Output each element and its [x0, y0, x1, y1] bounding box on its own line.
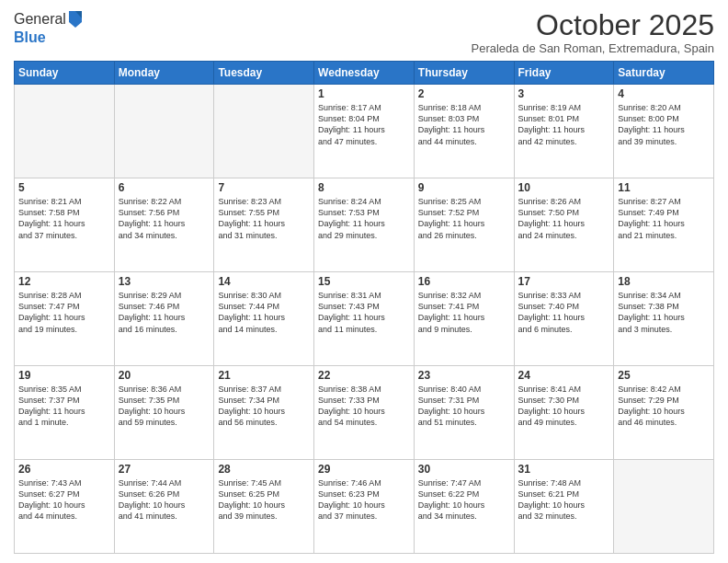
calendar-cell: 28Sunrise: 7:45 AM Sunset: 6:25 PM Dayli… — [214, 460, 314, 554]
calendar-cell: 18Sunrise: 8:34 AM Sunset: 7:38 PM Dayli… — [614, 272, 714, 366]
day-number: 30 — [418, 463, 510, 476]
col-wednesday: Wednesday — [314, 62, 415, 85]
calendar-cell: 23Sunrise: 8:40 AM Sunset: 7:31 PM Dayli… — [414, 366, 514, 460]
calendar-week-5: 26Sunrise: 7:43 AM Sunset: 6:27 PM Dayli… — [15, 460, 714, 554]
day-number: 23 — [418, 369, 510, 382]
day-number: 11 — [618, 181, 710, 194]
calendar-cell: 31Sunrise: 7:48 AM Sunset: 6:21 PM Dayli… — [514, 460, 614, 554]
day-number: 21 — [218, 369, 310, 382]
col-saturday: Saturday — [614, 62, 714, 85]
day-number: 3 — [518, 87, 610, 100]
day-number: 20 — [119, 369, 210, 382]
calendar-cell: 15Sunrise: 8:31 AM Sunset: 7:43 PM Dayli… — [314, 272, 415, 366]
calendar-cell — [15, 85, 115, 178]
calendar-cell: 5Sunrise: 8:21 AM Sunset: 7:58 PM Daylig… — [15, 178, 115, 272]
calendar-header-row: Sunday Monday Tuesday Wednesday Thursday… — [15, 62, 714, 85]
calendar-cell: 2Sunrise: 8:18 AM Sunset: 8:03 PM Daylig… — [414, 85, 514, 178]
day-number: 5 — [18, 181, 110, 194]
day-number: 18 — [618, 275, 710, 288]
cell-content: Sunrise: 7:48 AM Sunset: 6:21 PM Dayligh… — [518, 477, 610, 523]
cell-content: Sunrise: 8:31 AM Sunset: 7:43 PM Dayligh… — [318, 290, 410, 335]
page: General Blue October 2025 Peraleda de Sa… — [0, 0, 728, 563]
day-number: 7 — [218, 181, 310, 194]
cell-content: Sunrise: 8:19 AM Sunset: 8:01 PM Dayligh… — [518, 102, 610, 147]
calendar-week-1: 1Sunrise: 8:17 AM Sunset: 8:04 PM Daylig… — [15, 85, 714, 178]
cell-content: Sunrise: 8:17 AM Sunset: 8:04 PM Dayligh… — [318, 102, 410, 147]
calendar-cell: 26Sunrise: 7:43 AM Sunset: 6:27 PM Dayli… — [15, 460, 115, 554]
calendar-cell — [614, 460, 714, 554]
calendar-table: Sunday Monday Tuesday Wednesday Thursday… — [14, 61, 714, 554]
calendar-cell: 8Sunrise: 8:24 AM Sunset: 7:53 PM Daylig… — [314, 178, 415, 272]
cell-content: Sunrise: 8:36 AM Sunset: 7:35 PM Dayligh… — [119, 384, 210, 429]
calendar-cell: 29Sunrise: 7:46 AM Sunset: 6:23 PM Dayli… — [314, 460, 415, 554]
calendar-cell: 11Sunrise: 8:27 AM Sunset: 7:49 PM Dayli… — [614, 178, 714, 272]
col-friday: Friday — [514, 62, 614, 85]
day-number: 4 — [618, 87, 710, 100]
calendar-cell — [214, 85, 314, 178]
calendar-cell: 22Sunrise: 8:38 AM Sunset: 7:33 PM Dayli… — [314, 366, 415, 460]
cell-content: Sunrise: 8:32 AM Sunset: 7:41 PM Dayligh… — [418, 290, 510, 335]
cell-content: Sunrise: 8:21 AM Sunset: 7:58 PM Dayligh… — [18, 196, 110, 241]
day-number: 14 — [218, 275, 310, 288]
calendar-cell: 4Sunrise: 8:20 AM Sunset: 8:00 PM Daylig… — [614, 85, 714, 178]
day-number: 8 — [318, 181, 410, 194]
calendar-cell: 3Sunrise: 8:19 AM Sunset: 8:01 PM Daylig… — [514, 85, 614, 178]
day-number: 1 — [318, 87, 410, 100]
header: General Blue October 2025 Peraleda de Sa… — [14, 9, 714, 55]
calendar-cell: 1Sunrise: 8:17 AM Sunset: 8:04 PM Daylig… — [314, 85, 415, 178]
cell-content: Sunrise: 8:27 AM Sunset: 7:49 PM Dayligh… — [618, 196, 710, 241]
col-monday: Monday — [114, 62, 214, 85]
cell-content: Sunrise: 8:26 AM Sunset: 7:50 PM Dayligh… — [518, 196, 610, 241]
cell-content: Sunrise: 8:35 AM Sunset: 7:37 PM Dayligh… — [18, 384, 110, 429]
cell-content: Sunrise: 8:25 AM Sunset: 7:52 PM Dayligh… — [418, 196, 510, 241]
location-subtitle: Peraleda de San Roman, Extremadura, Spai… — [472, 41, 715, 55]
calendar-cell: 20Sunrise: 8:36 AM Sunset: 7:35 PM Dayli… — [114, 366, 214, 460]
calendar-cell: 30Sunrise: 7:47 AM Sunset: 6:22 PM Dayli… — [414, 460, 514, 554]
cell-content: Sunrise: 8:41 AM Sunset: 7:30 PM Dayligh… — [518, 384, 610, 429]
col-tuesday: Tuesday — [214, 62, 314, 85]
day-number: 24 — [518, 369, 610, 382]
day-number: 10 — [518, 181, 610, 194]
calendar-cell: 16Sunrise: 8:32 AM Sunset: 7:41 PM Dayli… — [414, 272, 514, 366]
title-block: October 2025 Peraleda de San Roman, Extr… — [472, 9, 715, 55]
day-number: 22 — [318, 369, 410, 382]
day-number: 12 — [18, 275, 110, 288]
logo-blue-text: Blue — [14, 29, 46, 45]
day-number: 25 — [618, 369, 710, 382]
day-number: 29 — [318, 463, 410, 476]
day-number: 16 — [418, 275, 510, 288]
cell-content: Sunrise: 8:38 AM Sunset: 7:33 PM Dayligh… — [318, 384, 410, 429]
day-number: 28 — [218, 463, 310, 476]
calendar-cell: 21Sunrise: 8:37 AM Sunset: 7:34 PM Dayli… — [214, 366, 314, 460]
cell-content: Sunrise: 8:18 AM Sunset: 8:03 PM Dayligh… — [418, 102, 510, 147]
cell-content: Sunrise: 8:42 AM Sunset: 7:29 PM Dayligh… — [618, 384, 710, 429]
day-number: 19 — [18, 369, 110, 382]
cell-content: Sunrise: 7:45 AM Sunset: 6:25 PM Dayligh… — [218, 477, 310, 523]
day-number: 9 — [418, 181, 510, 194]
logo: General Blue — [14, 9, 84, 46]
calendar-cell: 27Sunrise: 7:44 AM Sunset: 6:26 PM Dayli… — [114, 460, 214, 554]
calendar-cell: 13Sunrise: 8:29 AM Sunset: 7:46 PM Dayli… — [114, 272, 214, 366]
calendar-cell: 9Sunrise: 8:25 AM Sunset: 7:52 PM Daylig… — [414, 178, 514, 272]
cell-content: Sunrise: 7:47 AM Sunset: 6:22 PM Dayligh… — [418, 477, 510, 523]
calendar-week-3: 12Sunrise: 8:28 AM Sunset: 7:47 PM Dayli… — [15, 272, 714, 366]
logo-icon — [67, 9, 84, 29]
cell-content: Sunrise: 8:34 AM Sunset: 7:38 PM Dayligh… — [618, 290, 710, 335]
cell-content: Sunrise: 8:24 AM Sunset: 7:53 PM Dayligh… — [318, 196, 410, 241]
calendar-cell: 19Sunrise: 8:35 AM Sunset: 7:37 PM Dayli… — [15, 366, 115, 460]
calendar-cell: 14Sunrise: 8:30 AM Sunset: 7:44 PM Dayli… — [214, 272, 314, 366]
calendar-cell: 25Sunrise: 8:42 AM Sunset: 7:29 PM Dayli… — [614, 366, 714, 460]
cell-content: Sunrise: 7:44 AM Sunset: 6:26 PM Dayligh… — [119, 477, 210, 523]
cell-content: Sunrise: 7:46 AM Sunset: 6:23 PM Dayligh… — [318, 477, 410, 523]
cell-content: Sunrise: 8:37 AM Sunset: 7:34 PM Dayligh… — [218, 384, 310, 429]
calendar-cell — [114, 85, 214, 178]
day-number: 26 — [18, 463, 110, 476]
day-number: 31 — [518, 463, 610, 476]
calendar-cell: 24Sunrise: 8:41 AM Sunset: 7:30 PM Dayli… — [514, 366, 614, 460]
calendar-cell: 10Sunrise: 8:26 AM Sunset: 7:50 PM Dayli… — [514, 178, 614, 272]
cell-content: Sunrise: 8:28 AM Sunset: 7:47 PM Dayligh… — [18, 290, 110, 335]
cell-content: Sunrise: 8:30 AM Sunset: 7:44 PM Dayligh… — [218, 290, 310, 335]
day-number: 6 — [119, 181, 210, 194]
calendar-cell: 12Sunrise: 8:28 AM Sunset: 7:47 PM Dayli… — [15, 272, 115, 366]
cell-content: Sunrise: 8:33 AM Sunset: 7:40 PM Dayligh… — [518, 290, 610, 335]
